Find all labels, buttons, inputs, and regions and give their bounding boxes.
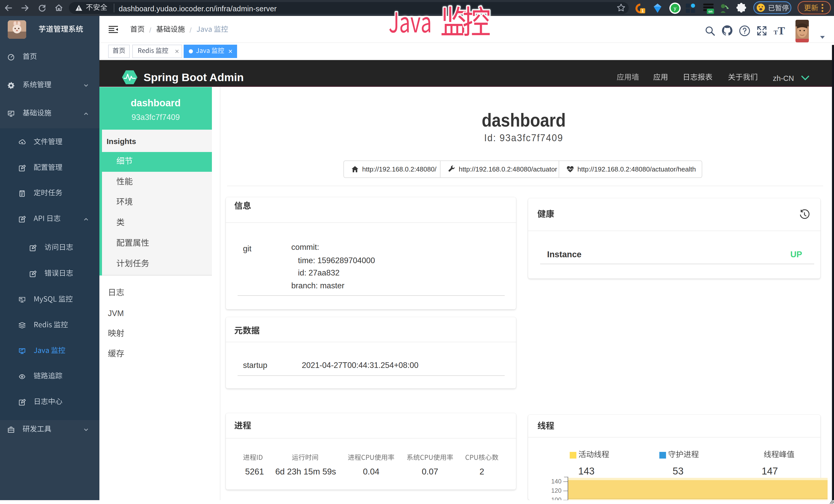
svg-text:T: T [778,25,785,37]
svg-text:T: T [774,29,778,36]
svg-text:on: on [708,9,712,13]
svg-text:1: 1 [642,9,644,13]
svg-text:y: y [674,5,676,11]
